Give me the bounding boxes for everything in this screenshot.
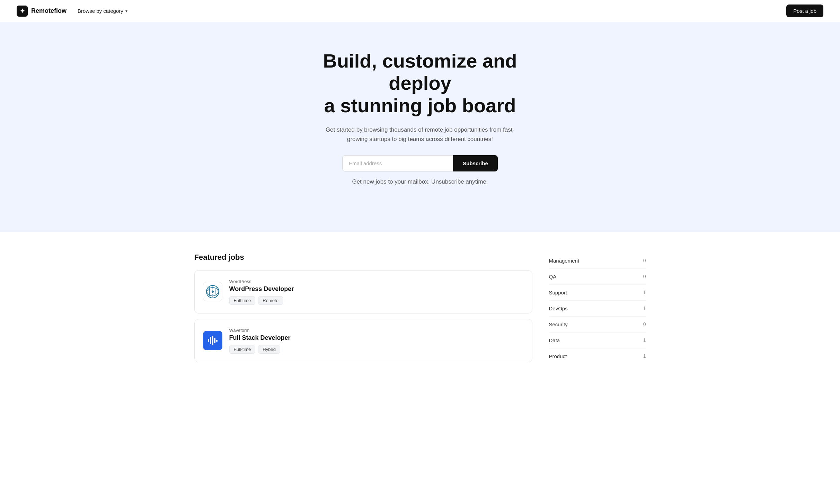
hero-headline: Build, customize and deploy a stunning j… — [295, 50, 545, 117]
navbar: ✦ Remoteflow Browse by category ▾ Post a… — [0, 0, 840, 22]
category-item-data[interactable]: Data 1 — [549, 333, 646, 348]
category-item-product[interactable]: Product 1 — [549, 348, 646, 364]
wordpress-logo-icon — [206, 285, 220, 299]
category-item-devops[interactable]: DevOps 1 — [549, 301, 646, 317]
category-count: 0 — [643, 321, 646, 327]
featured-jobs-title: Featured jobs — [194, 253, 532, 262]
job-title-waveform: Full Stack Developer — [229, 334, 524, 342]
tag-fulltime: Full-time — [229, 296, 256, 305]
category-count: 1 — [643, 353, 646, 359]
subscribe-note: Get new jobs to your mailbox. Unsubscrib… — [316, 177, 524, 186]
company-name-wordpress: WordPress — [229, 279, 524, 284]
category-item-management[interactable]: Management 0 — [549, 253, 646, 269]
category-count: 1 — [643, 337, 646, 343]
svg-rect-3 — [210, 337, 211, 344]
hero-headline-line1: Build, customize and deploy — [323, 50, 517, 94]
category-list: Management 0 QA 0 Support 1 DevOps 1 Sec… — [549, 253, 646, 364]
category-item-security[interactable]: Security 0 — [549, 317, 646, 333]
category-count: 1 — [643, 290, 646, 295]
category-count: 0 — [643, 258, 646, 263]
category-item-support[interactable]: Support 1 — [549, 285, 646, 301]
nav-left: ✦ Remoteflow Browse by category ▾ — [17, 6, 127, 17]
subscribe-form: Subscribe — [17, 155, 823, 171]
category-name: QA — [549, 274, 557, 280]
svg-rect-5 — [214, 338, 215, 343]
hero-subtitle: Get started by browsing thousands of rem… — [316, 125, 524, 144]
category-name: Product — [549, 353, 567, 359]
hero-section: Build, customize and deploy a stunning j… — [0, 22, 840, 232]
job-card-waveform[interactable]: Waveform Full Stack Developer Full-time … — [194, 319, 532, 362]
logo-icon: ✦ — [17, 6, 28, 17]
svg-rect-2 — [208, 339, 209, 342]
category-name: Support — [549, 290, 567, 295]
company-logo-wordpress — [203, 282, 222, 301]
logo[interactable]: ✦ Remoteflow — [17, 6, 67, 17]
category-name: DevOps — [549, 306, 568, 311]
category-count: 1 — [643, 306, 646, 311]
category-name: Security — [549, 321, 568, 327]
email-input[interactable] — [342, 155, 453, 171]
job-card-wordpress[interactable]: WordPress WordPress Developer Full-time … — [194, 270, 532, 313]
svg-rect-4 — [212, 336, 213, 345]
company-logo-waveform — [203, 331, 222, 350]
tag-hybrid: Hybrid — [258, 345, 280, 354]
jobs-section: Featured jobs WordPress WordPress Develo… — [194, 253, 532, 368]
logo-text: Remoteflow — [31, 7, 67, 15]
job-tags-wordpress: Full-time Remote — [229, 296, 524, 305]
svg-rect-6 — [216, 340, 218, 342]
company-name-waveform: Waveform — [229, 328, 524, 333]
job-info-waveform: Waveform Full Stack Developer Full-time … — [229, 328, 524, 354]
subscribe-button[interactable]: Subscribe — [453, 155, 498, 171]
job-info-wordpress: WordPress WordPress Developer Full-time … — [229, 279, 524, 305]
sidebar-categories: Management 0 QA 0 Support 1 DevOps 1 Sec… — [549, 253, 646, 368]
category-item-qa[interactable]: QA 0 — [549, 269, 646, 285]
tag-remote: Remote — [258, 296, 283, 305]
category-name: Management — [549, 258, 580, 264]
job-title-wordpress: WordPress Developer — [229, 285, 524, 293]
hero-headline-line2: a stunning job board — [324, 95, 516, 116]
waveform-logo-icon — [206, 334, 219, 347]
chevron-down-icon: ▾ — [125, 9, 127, 14]
category-count: 0 — [643, 274, 646, 279]
category-name: Data — [549, 337, 560, 343]
job-tags-waveform: Full-time Hybrid — [229, 345, 524, 354]
post-job-button[interactable]: Post a job — [786, 5, 823, 17]
main-content: Featured jobs WordPress WordPress Develo… — [178, 232, 663, 389]
browse-category-button[interactable]: Browse by category ▾ — [78, 7, 127, 15]
tag-fulltime-waveform: Full-time — [229, 345, 256, 354]
browse-category-label: Browse by category — [78, 8, 123, 14]
